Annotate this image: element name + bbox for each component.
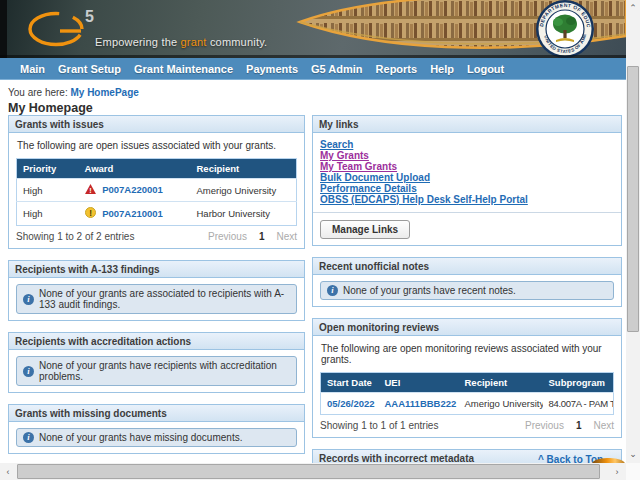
showing-entries-text: Showing 1 to 2 of 2 entries <box>16 231 134 242</box>
showing-entries-text: Showing 1 to 1 of 1 entries <box>320 420 438 431</box>
left-column: Grants with issues The following are ope… <box>8 115 305 465</box>
nav-item-reports[interactable]: Reports <box>376 63 418 75</box>
divider <box>313 212 621 213</box>
panel-my-links: My links Search My Grants My Team Grants… <box>312 115 622 246</box>
nav-item-g5-admin[interactable]: G5 Admin <box>311 63 363 75</box>
scrollbar-corner <box>626 463 640 480</box>
nav-item-logout[interactable]: Logout <box>467 63 504 75</box>
info-icon: i <box>23 366 34 377</box>
panel-my-links-title: My links <box>313 116 621 133</box>
pagination: Previous 1 Next <box>208 231 297 242</box>
breadcrumb: You are here: My HomePage <box>8 87 139 98</box>
start-date-link[interactable]: 05/26/2022 <box>327 398 375 409</box>
panel-monitoring-title: Open monitoring reviews <box>313 319 621 336</box>
pagination-previous[interactable]: Previous <box>525 420 564 431</box>
tagline: Empowering the grant community. <box>95 36 267 48</box>
panel-missing-documents: Grants with missing documents i None of … <box>8 404 305 454</box>
col-header-uei: UEI <box>379 373 459 393</box>
link-bulk-document-upload[interactable]: Bulk Document Upload <box>320 172 614 183</box>
tagline-prefix: Empowering the <box>95 36 181 48</box>
col-header-priority: Priority <box>17 159 79 179</box>
subprogram-cell: 84.007A - PAM Training Program <box>543 393 614 415</box>
vertical-scrollbar[interactable]: ⌃ ⌄ <box>626 0 640 463</box>
right-column: My links Search My Grants My Team Grants… <box>312 115 622 480</box>
info-icon: i <box>23 432 34 443</box>
link-obss-help-desk-portal[interactable]: OBSS (EDCAPS) Help Desk Self-Help Portal <box>320 194 614 205</box>
panel-accreditation-actions: Recipients with accreditation actions i … <box>8 332 305 393</box>
recipient-cell: Harbor University <box>191 202 297 226</box>
warning-circle-icon: ! <box>85 207 96 220</box>
col-header-subprogram: Subprogram <box>543 373 614 393</box>
panel-a133-title: Recipients with A-133 findings <box>9 261 304 278</box>
scroll-down-arrow-icon[interactable]: ⌄ <box>626 446 640 462</box>
breadcrumb-prefix: You are here: <box>8 87 68 98</box>
grants-issues-description: The following are open issues associated… <box>17 140 297 151</box>
horizontal-scrollbar[interactable]: ‹ › <box>0 463 626 480</box>
table-row: 05/26/2022 AAA111BBB222 Amerigo Universi… <box>321 393 614 415</box>
g5-logo-g-shape <box>30 14 82 45</box>
pagination-next[interactable]: Next <box>276 231 297 242</box>
pagination-next[interactable]: Next <box>593 420 614 431</box>
warning-triangle-icon: ! <box>85 184 96 196</box>
manage-links-button[interactable]: Manage Links <box>320 220 410 239</box>
panel-grants-with-issues-title: Grants with issues <box>9 116 304 133</box>
panel-a133-findings: Recipients with A-133 findings i None of… <box>8 260 305 321</box>
tagline-suffix: community. <box>207 36 268 48</box>
table-row: High ! P007A220001 Amerigo University <box>17 179 297 202</box>
g5-application-window: 5 DEPARTMENT OF EDUCATION UNITED STATES … <box>0 0 640 480</box>
uei-link[interactable]: AAA111BBB222 <box>385 398 457 409</box>
priority-cell: High <box>17 179 79 202</box>
a133-info-message: i None of your grants are associated to … <box>16 284 297 314</box>
nav-item-payments[interactable]: Payments <box>246 63 298 75</box>
nav-item-help[interactable]: Help <box>430 63 454 75</box>
monitoring-reviews-table: Start Date UEI Recipient Subprogram 05/2… <box>320 372 614 415</box>
pagination: Previous 1 Next <box>525 420 614 431</box>
info-text: None of your grants have recent notes. <box>343 285 516 296</box>
panel-recent-notes-title: Recent unofficial notes <box>313 258 621 275</box>
link-my-grants[interactable]: My Grants <box>320 150 614 161</box>
pagination-previous[interactable]: Previous <box>208 231 247 242</box>
info-text: None of your grants have recipients with… <box>39 360 290 382</box>
tagline-highlight: grant <box>181 36 207 48</box>
link-search[interactable]: Search <box>320 139 614 150</box>
panel-grants-with-issues: Grants with issues The following are ope… <box>8 115 305 249</box>
info-text: None of your grants are associated to re… <box>39 288 290 310</box>
monitoring-description: The following are open monitoring review… <box>321 343 614 365</box>
main-navigation-bar: Main Grant Setup Grant Maintenance Payme… <box>0 58 626 80</box>
header-banner: 5 DEPARTMENT OF EDUCATION UNITED STATES … <box>0 0 626 58</box>
banner-left-edge <box>0 0 7 58</box>
banner-graphics: 5 DEPARTMENT OF EDUCATION UNITED STATES … <box>0 0 626 58</box>
pagination-page-1[interactable]: 1 <box>259 231 265 242</box>
nav-item-main[interactable]: Main <box>20 63 45 75</box>
col-header-award: Award <box>79 159 191 179</box>
panel-accreditation-title: Recipients with accreditation actions <box>9 333 304 350</box>
pagination-page-1[interactable]: 1 <box>576 420 582 431</box>
award-link[interactable]: P007A220001 <box>102 184 163 195</box>
horizontal-scrollbar-thumb[interactable] <box>17 464 600 479</box>
nav-item-grant-maintenance[interactable]: Grant Maintenance <box>134 63 233 75</box>
recent-notes-info-message: i None of your grants have recent notes. <box>320 281 614 300</box>
scroll-left-arrow-icon[interactable]: ‹ <box>0 463 16 480</box>
svg-text:!: ! <box>89 209 92 218</box>
award-link[interactable]: P007A210001 <box>102 208 163 219</box>
g5-logo-number: 5 <box>85 8 94 25</box>
scroll-right-arrow-icon[interactable]: › <box>609 463 625 480</box>
panel-missing-documents-title: Grants with missing documents <box>9 405 304 422</box>
link-performance-details[interactable]: Performance Details <box>320 183 614 194</box>
info-text: None of your grants have missing documen… <box>39 432 242 443</box>
link-my-team-grants[interactable]: My Team Grants <box>320 161 614 172</box>
nav-item-grant-setup[interactable]: Grant Setup <box>58 63 121 75</box>
scroll-up-arrow-icon[interactable]: ⌃ <box>626 0 640 16</box>
priority-cell: High <box>17 202 79 226</box>
page-title: My Homepage <box>8 101 93 115</box>
col-header-recipient: Recipient <box>191 159 297 179</box>
info-icon: i <box>23 294 34 305</box>
grants-issues-table: Priority Award Recipient High ! P007A220… <box>16 158 297 226</box>
panel-recent-unofficial-notes: Recent unofficial notes i None of your g… <box>312 257 622 307</box>
col-header-start-date: Start Date <box>321 373 379 393</box>
accreditation-info-message: i None of your grants have recipients wi… <box>16 356 297 386</box>
vertical-scrollbar-thumb[interactable] <box>627 66 639 332</box>
recipient-cell: Amerigo University <box>191 179 297 202</box>
breadcrumb-current-link[interactable]: My HomePage <box>70 87 138 98</box>
content-area: You are here: My HomePage My Homepage Gr… <box>0 80 626 463</box>
